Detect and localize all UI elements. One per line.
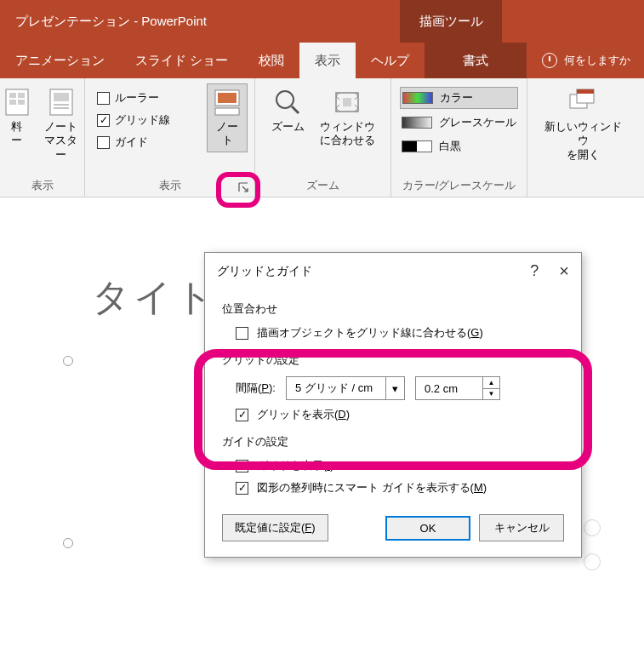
guides-checkbox-row[interactable]: ガイド xyxy=(95,131,202,153)
lightbulb-icon xyxy=(542,53,557,68)
ribbon-tabs: アニメーション スライド ショー 校閲 表示 ヘルプ 書式 何をしますか xyxy=(0,43,644,78)
spacing-combo[interactable]: 5 グリッド / cm ▾ xyxy=(286,376,405,400)
gridlines-checkbox-row[interactable]: グリッド線 xyxy=(95,109,202,131)
section-align-label: 位置合わせ xyxy=(222,301,564,317)
grayscale-mode-button[interactable]: グレースケール xyxy=(400,112,518,133)
spacing-label: 間隔(P): xyxy=(236,381,276,396)
svg-point-12 xyxy=(276,91,294,108)
tell-me[interactable]: 何をしますか xyxy=(527,43,630,78)
ruler-checkbox-row[interactable]: ルーラー xyxy=(95,87,202,109)
grid-and-guides-dialog: グリッドとガイド ? × 位置合わせ 描画オブジェクトをグリッド線に合わせる(G… xyxy=(204,252,582,558)
contextual-tab-label: 描画ツール xyxy=(400,0,502,43)
selection-handle[interactable] xyxy=(63,538,73,548)
smart-guides-option[interactable]: 図形の整列時にスマート ガイドを表示する(M) xyxy=(222,477,564,499)
checkbox-checked-icon xyxy=(236,482,248,495)
svg-rect-6 xyxy=(54,93,69,101)
svg-rect-18 xyxy=(577,89,594,94)
ok-button[interactable]: OK xyxy=(385,516,470,541)
checkbox-icon xyxy=(236,460,248,472)
svg-rect-15 xyxy=(343,98,351,106)
group-zoom: ズーム ウィンドウ に合わせる ズーム xyxy=(255,78,391,197)
ribbon: 料 ー ノート マスター 表示 ルーラー グリッド線 xyxy=(0,78,644,198)
group-master-views: 料 ー ノート マスター 表示 xyxy=(0,78,85,197)
section-grid-label: グリッドの設定 xyxy=(222,352,564,368)
handout-master-button[interactable]: 料 ー xyxy=(0,83,34,152)
group-color: カラー グレースケール 白黒 カラー/グレースケール xyxy=(391,78,527,197)
snap-to-grid-option[interactable]: 描画オブジェクトをグリッド線に合わせる(G) xyxy=(222,322,564,344)
close-icon[interactable]: × xyxy=(559,261,569,281)
group-window: 新しいウィンドウ を開く xyxy=(527,78,638,197)
checkbox-icon xyxy=(97,136,110,149)
tab-help[interactable]: ヘルプ xyxy=(356,43,425,78)
slide-title-placeholder[interactable]: タイト xyxy=(92,272,217,323)
notes-icon xyxy=(213,88,242,117)
tab-review[interactable]: 校閲 xyxy=(243,43,299,78)
group-show: ルーラー グリッド線 ガイド ノー ト 表示 xyxy=(85,78,255,197)
svg-rect-11 xyxy=(215,108,239,115)
bw-mode-button[interactable]: 白黒 xyxy=(400,136,463,157)
new-window-button[interactable]: 新しいウィンドウ を開く xyxy=(534,83,631,166)
set-default-button[interactable]: 既定値に設定(F) xyxy=(222,514,328,541)
svg-rect-0 xyxy=(6,89,28,115)
tab-format[interactable]: 書式 xyxy=(425,43,527,78)
chevron-down-icon: ▾ xyxy=(385,377,404,399)
spinner-arrows-icon: ▲▼ xyxy=(482,377,499,399)
dialog-launcher-icon xyxy=(238,182,248,192)
notes-master-icon xyxy=(47,88,76,117)
show-grid-option[interactable]: グリッドを表示(D) xyxy=(222,404,564,426)
fit-window-button[interactable]: ウィンドウ に合わせる xyxy=(314,83,381,152)
tab-animation[interactable]: アニメーション xyxy=(0,43,120,78)
checkbox-checked-icon xyxy=(236,409,248,421)
svg-rect-4 xyxy=(18,100,25,105)
svg-rect-1 xyxy=(9,93,16,98)
dialog-titlebar[interactable]: グリッドとガイド ? × xyxy=(205,253,581,289)
bw-swatch-icon xyxy=(402,140,432,152)
grayscale-swatch-icon xyxy=(402,117,432,129)
checkbox-icon xyxy=(97,92,110,105)
svg-rect-3 xyxy=(9,100,16,105)
placeholder-icon xyxy=(584,519,601,536)
notes-button[interactable]: ノー ト xyxy=(207,83,248,152)
new-window-icon xyxy=(568,88,597,117)
tell-me-label: 何をしますか xyxy=(564,53,630,68)
magnifier-icon xyxy=(273,88,302,117)
color-mode-button[interactable]: カラー xyxy=(400,87,518,109)
tab-view[interactable]: 表示 xyxy=(299,43,356,78)
color-swatch-icon xyxy=(402,92,433,104)
placeholder-icon xyxy=(584,553,601,570)
selection-handle[interactable] xyxy=(63,356,73,366)
svg-rect-2 xyxy=(18,93,25,98)
section-guide-label: ガイドの設定 xyxy=(222,434,564,450)
app-title: プレゼンテーション - PowerPoint xyxy=(15,14,629,30)
cancel-button[interactable]: キャンセル xyxy=(479,514,564,541)
spacing-spinner[interactable]: 0.2 cm ▲▼ xyxy=(415,376,500,400)
fit-window-icon xyxy=(333,88,362,117)
title-bar: プレゼンテーション - PowerPoint 描画ツール xyxy=(0,0,644,43)
notes-master-button[interactable]: ノート マスター xyxy=(37,83,84,166)
tab-slideshow[interactable]: スライド ショー xyxy=(120,43,243,78)
checkbox-icon xyxy=(236,327,248,340)
svg-line-13 xyxy=(292,106,299,113)
svg-rect-10 xyxy=(218,93,237,103)
show-group-launcher[interactable] xyxy=(236,180,251,195)
checkbox-checked-icon xyxy=(97,114,110,127)
zoom-button[interactable]: ズーム xyxy=(265,83,311,138)
handout-master-icon xyxy=(3,88,31,117)
show-guides-option[interactable]: ガイドを表示(I) xyxy=(222,455,564,477)
grid-spacing-row: 間隔(P): 5 グリッド / cm ▾ 0.2 cm ▲▼ xyxy=(222,373,564,404)
dialog-help-button[interactable]: ? xyxy=(530,262,539,280)
dialog-title: グリッドとガイド xyxy=(217,264,312,279)
